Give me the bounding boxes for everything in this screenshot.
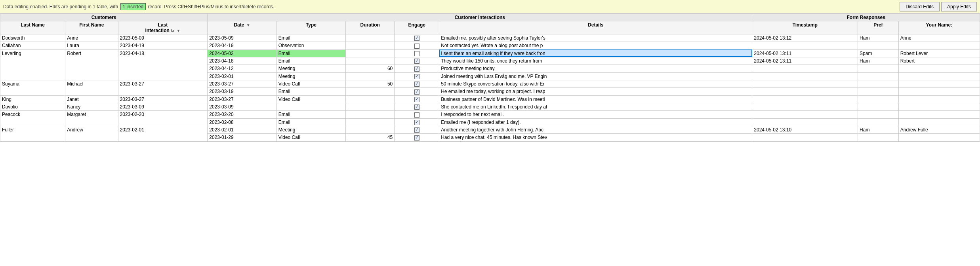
cell-type[interactable]: Video Call — [276, 134, 345, 141]
cell-details[interactable]: They would like 150 units, once they ret… — [439, 57, 752, 65]
cell-type[interactable]: Email — [276, 118, 345, 126]
cell-yourname[interactable] — [898, 72, 980, 80]
cell-engage[interactable] — [395, 95, 439, 103]
cell-pref[interactable]: Ham — [858, 126, 899, 133]
cell-last-interaction[interactable]: 2023-04-19 — [118, 42, 208, 49]
cell-duration[interactable] — [346, 88, 395, 95]
cell-timestamp[interactable] — [752, 118, 858, 126]
cell-pref[interactable] — [858, 80, 899, 87]
cell-duration[interactable]: 50 — [346, 80, 395, 87]
cell-type[interactable]: Video Call — [276, 80, 345, 87]
apply-edits-button[interactable]: Apply Edits — [941, 2, 977, 11]
cell-lastname[interactable]: Callahan — [0, 42, 65, 49]
cell-engage[interactable] — [395, 111, 439, 118]
cell-duration[interactable] — [346, 42, 395, 49]
cell-engage[interactable] — [395, 65, 439, 72]
discard-edits-button[interactable]: Discard Edits — [900, 2, 940, 11]
cell-type[interactable]: Meeting — [276, 72, 345, 80]
cell-type[interactable]: Email — [276, 49, 345, 57]
cell-last-interaction[interactable]: 2023-02-20 — [118, 111, 208, 126]
cell-pref[interactable] — [858, 65, 899, 72]
cell-duration[interactable] — [346, 126, 395, 133]
cell-timestamp[interactable] — [752, 134, 858, 141]
cell-yourname[interactable] — [898, 95, 980, 103]
cell-duration[interactable] — [346, 111, 395, 118]
cell-type[interactable]: Observation — [276, 42, 345, 49]
cell-type[interactable]: Email — [276, 111, 345, 118]
cell-lastname[interactable]: Peacock — [0, 111, 65, 126]
cell-duration[interactable] — [346, 49, 395, 57]
cell-timestamp[interactable] — [752, 95, 858, 103]
cell-type[interactable] — [276, 103, 345, 110]
cell-pref[interactable]: Ham — [858, 34, 899, 42]
cell-pref[interactable]: Spam — [858, 49, 899, 57]
cell-engage[interactable] — [395, 34, 439, 42]
cell-lastname[interactable]: Davolio — [0, 103, 65, 110]
cell-timestamp[interactable] — [752, 65, 858, 72]
cell-date[interactable]: 2023-04-19 — [208, 42, 276, 49]
cell-engage[interactable] — [395, 57, 439, 65]
cell-yourname[interactable]: Andrew Fulle — [898, 126, 980, 133]
cell-date[interactable]: 2023-02-01 — [208, 72, 276, 80]
cell-date[interactable]: 2023-03-09 — [208, 103, 276, 110]
cell-pref[interactable] — [858, 72, 899, 80]
cell-details[interactable]: Business partner of David Martinez. Was … — [439, 95, 752, 103]
cell-type[interactable]: Video Call — [276, 95, 345, 103]
cell-details[interactable]: 50 minute Skype conversation today, also… — [439, 80, 752, 87]
cell-timestamp[interactable] — [752, 72, 858, 80]
cell-type[interactable]: Email — [276, 57, 345, 65]
cell-engage[interactable] — [395, 49, 439, 57]
cell-date[interactable]: 2023-04-18 — [208, 57, 276, 65]
cell-date[interactable]: 2023-01-29 — [208, 134, 276, 141]
cell-duration[interactable] — [346, 118, 395, 126]
cell-yourname[interactable] — [898, 111, 980, 118]
cell-timestamp[interactable] — [752, 80, 858, 87]
cell-last-interaction[interactable]: 2023-05-09 — [118, 34, 208, 42]
cell-type[interactable]: Email — [276, 34, 345, 42]
cell-last-interaction[interactable]: 2023-03-27 — [118, 80, 208, 95]
cell-yourname[interactable]: Robert — [898, 57, 980, 65]
cell-firstname[interactable]: Margaret — [65, 111, 118, 126]
cell-timestamp[interactable]: 2024-05-02 13:11 — [752, 57, 858, 65]
cell-duration[interactable] — [346, 95, 395, 103]
cell-details[interactable]: Emailed me (I responded after 1 day). — [439, 118, 752, 126]
cell-type[interactable]: Meeting — [276, 126, 345, 133]
cell-timestamp[interactable] — [752, 88, 858, 95]
cell-timestamp[interactable] — [752, 42, 858, 49]
cell-date[interactable]: 2023-02-20 — [208, 111, 276, 118]
cell-engage[interactable] — [395, 80, 439, 87]
cell-yourname[interactable] — [898, 118, 980, 126]
cell-pref[interactable] — [858, 95, 899, 103]
cell-duration[interactable] — [346, 72, 395, 80]
cell-timestamp[interactable]: 2024-05-02 13:12 — [752, 34, 858, 42]
cell-yourname[interactable] — [898, 80, 980, 87]
cell-engage[interactable] — [395, 42, 439, 49]
cell-engage[interactable] — [395, 134, 439, 141]
cell-engage[interactable] — [395, 103, 439, 110]
cell-details[interactable]: I sent them an email asking if they were… — [439, 49, 752, 57]
cell-engage[interactable] — [395, 88, 439, 95]
cell-last-interaction[interactable]: 2023-02-01 — [118, 126, 208, 141]
cell-engage[interactable] — [395, 126, 439, 133]
cell-yourname[interactable] — [898, 65, 980, 72]
cell-date[interactable]: 2023-02-01 — [208, 126, 276, 133]
cell-lastname[interactable]: Leverling — [0, 49, 65, 80]
cell-duration[interactable] — [346, 103, 395, 110]
cell-lastname[interactable]: Dodsworth — [0, 34, 65, 42]
cell-lastname[interactable]: Fuller — [0, 126, 65, 141]
cell-pref[interactable] — [858, 42, 899, 49]
cell-duration[interactable] — [346, 34, 395, 42]
cell-yourname[interactable] — [898, 42, 980, 49]
cell-pref[interactable] — [858, 134, 899, 141]
cell-pref[interactable] — [858, 103, 899, 110]
cell-duration[interactable]: 45 — [346, 134, 395, 141]
cell-details[interactable]: Not contacted yet. Wrote a blog post abo… — [439, 42, 752, 49]
cell-date[interactable]: 2023-03-19 — [208, 88, 276, 95]
cell-lastname[interactable]: Suyama — [0, 80, 65, 95]
cell-timestamp[interactable]: 2024-05-02 13:11 — [752, 49, 858, 57]
cell-yourname[interactable] — [898, 88, 980, 95]
cell-type[interactable]: Meeting — [276, 65, 345, 72]
cell-date[interactable]: 2024-05-02 — [208, 49, 276, 57]
cell-date[interactable]: 2023-02-08 — [208, 118, 276, 126]
cell-date[interactable]: 2023-04-12 — [208, 65, 276, 72]
